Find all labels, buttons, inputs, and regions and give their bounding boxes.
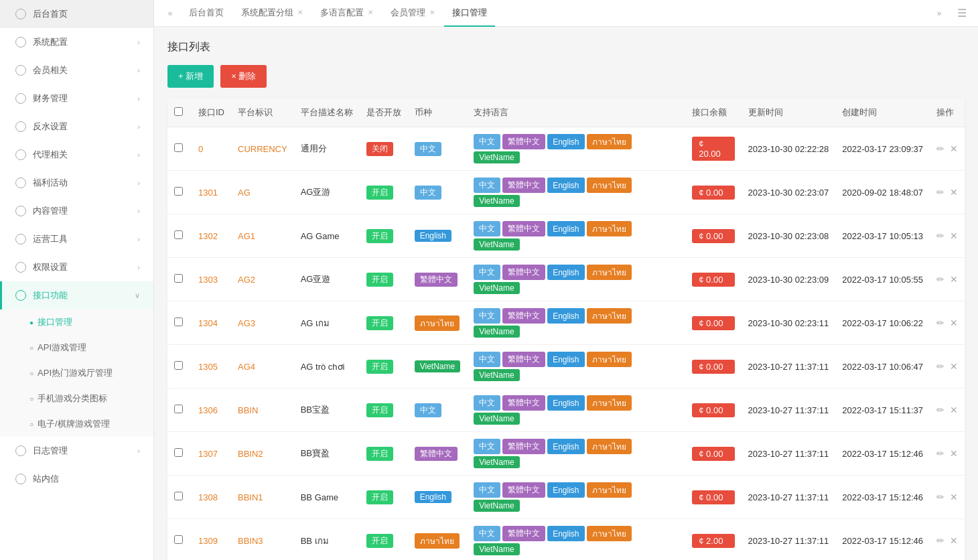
table-row: 1306BBINBB宝盈开启中文中文繁體中文EnglishภาษาไทยViet… xyxy=(167,389,965,432)
lang-badge: ภาษาไทย xyxy=(587,134,632,149)
edit-button[interactable]: ✏ xyxy=(936,230,945,241)
platform-label[interactable]: BBIN1 xyxy=(238,492,263,502)
edit-button[interactable]: ✏ xyxy=(936,492,945,502)
sidebar-item-ops[interactable]: 运营工具 › xyxy=(0,225,153,253)
submenu-interface-mgmt-label: 接口管理 xyxy=(38,316,72,328)
interface-id-link[interactable]: 1309 xyxy=(198,536,218,546)
platform-label[interactable]: AG xyxy=(238,188,251,198)
sidebar-item-agent[interactable]: 代理相关 › xyxy=(0,141,153,169)
edit-button[interactable]: ✏ xyxy=(936,448,945,459)
row-checkbox[interactable] xyxy=(174,318,183,326)
sidebar-item-permission[interactable]: 权限设置 › xyxy=(0,253,153,281)
interface-id-link[interactable]: 1308 xyxy=(198,492,218,502)
sidebar-submenu-elec-game[interactable]: ○ 电子/棋牌游戏管理 xyxy=(0,411,153,437)
lang-badge: English xyxy=(547,439,584,454)
platform-label[interactable]: AG2 xyxy=(238,275,255,285)
tab-menu-btn[interactable]: ☰ xyxy=(953,4,971,23)
sidebar-item-interface[interactable]: 接口功能 ∨ xyxy=(0,281,153,309)
sidebar-item-welfare-label: 福利活动 xyxy=(33,177,68,189)
edit-button[interactable]: ✏ xyxy=(936,405,945,415)
interface-id-link[interactable]: 0 xyxy=(198,144,203,154)
interface-id-link[interactable]: 1305 xyxy=(198,362,218,372)
row-checkbox[interactable] xyxy=(174,405,183,413)
row-checkbox[interactable] xyxy=(174,448,183,457)
remove-button[interactable]: ✕ xyxy=(950,361,958,372)
row-checkbox[interactable] xyxy=(174,274,183,283)
tab-sys-config[interactable]: 系统配置分组 ✕ xyxy=(233,0,311,27)
sidebar-submenu-mobile-game[interactable]: ○ 手机游戏分类图标 xyxy=(0,386,153,411)
tab-sys-config-close[interactable]: ✕ xyxy=(297,9,303,16)
interface-id-link[interactable]: 1301 xyxy=(198,188,218,198)
delete-button[interactable]: × 删除 xyxy=(220,65,267,88)
platform-label[interactable]: BBIN3 xyxy=(238,536,263,546)
sidebar-item-log[interactable]: 日志管理 › xyxy=(0,437,153,465)
sidebar-item-content[interactable]: 内容管理 › xyxy=(0,197,153,225)
interface-id-link[interactable]: 1307 xyxy=(198,449,218,459)
interface-id-link[interactable]: 1306 xyxy=(198,405,218,415)
dot-icon: ○ xyxy=(29,395,33,403)
tab-member-mgmt[interactable]: 会员管理 ✕ xyxy=(382,0,443,27)
select-all-checkbox[interactable] xyxy=(174,107,183,116)
lang-badge: English xyxy=(547,265,584,280)
row-checkbox[interactable] xyxy=(174,535,183,544)
interface-id-link[interactable]: 1304 xyxy=(198,318,218,328)
remove-button[interactable]: ✕ xyxy=(950,405,958,415)
remove-button[interactable]: ✕ xyxy=(950,535,958,546)
platform-label[interactable]: CURRENCY xyxy=(238,144,287,154)
platform-label[interactable]: AG3 xyxy=(238,318,255,328)
sidebar-item-system[interactable]: 系统配置 › xyxy=(0,28,153,56)
sidebar-item-finance[interactable]: 财务管理 › xyxy=(0,84,153,113)
remove-button[interactable]: ✕ xyxy=(950,318,958,328)
update-time: 2023-10-27 11:37:11 xyxy=(742,476,836,519)
lang-group: 中文繁體中文EnglishภาษาไทยVietName xyxy=(474,265,679,294)
row-checkbox[interactable] xyxy=(174,230,183,239)
interface-id-link[interactable]: 1302 xyxy=(198,231,218,241)
sidebar-item-member[interactable]: 会员相关 › xyxy=(0,56,153,84)
remove-button[interactable]: ✕ xyxy=(950,448,958,459)
add-button[interactable]: + 新增 xyxy=(167,65,214,88)
platform-label[interactable]: AG4 xyxy=(238,362,255,372)
row-checkbox[interactable] xyxy=(174,143,183,152)
remove-button[interactable]: ✕ xyxy=(950,187,958,198)
edit-button[interactable]: ✏ xyxy=(936,143,945,154)
tab-member-mgmt-close[interactable]: ✕ xyxy=(429,9,435,16)
row-checkbox[interactable] xyxy=(174,361,183,370)
sidebar-submenu-interface-mgmt[interactable]: ● 接口管理 xyxy=(0,309,153,335)
platform-label[interactable]: BBIN2 xyxy=(238,449,263,459)
row-checkbox[interactable] xyxy=(174,492,183,500)
edit-button[interactable]: ✏ xyxy=(936,361,945,372)
sidebar-submenu-api-hot[interactable]: ○ API热门游戏厅管理 xyxy=(0,360,153,386)
tab-prev-btn[interactable]: « xyxy=(161,4,180,23)
chevron-right-icon: › xyxy=(137,151,140,159)
sidebar-submenu-api-game[interactable]: ○ API游戏管理 xyxy=(0,335,153,360)
edit-button[interactable]: ✏ xyxy=(936,535,945,546)
sidebar-item-inbox[interactable]: 站内信 xyxy=(0,465,153,493)
balance-value: ¢ 0.00 xyxy=(692,273,734,287)
remove-button[interactable]: ✕ xyxy=(950,230,958,241)
table-row: 1304AG3AG เกม开启ภาษาไทย中文繁體中文Englishภาษาไ… xyxy=(167,301,965,345)
sidebar-item-rebate[interactable]: 反水设置 › xyxy=(0,113,153,141)
remove-button[interactable]: ✕ xyxy=(950,274,958,285)
sidebar-item-home[interactable]: 后台首页 xyxy=(0,0,153,28)
tab-interface-mgmt[interactable]: 接口管理 xyxy=(444,0,495,27)
sidebar-item-welfare[interactable]: 福利活动 › xyxy=(0,169,153,197)
platform-label[interactable]: AG1 xyxy=(238,231,255,241)
tab-home[interactable]: 后台首页 xyxy=(181,0,232,27)
remove-button[interactable]: ✕ xyxy=(950,492,958,502)
edit-button[interactable]: ✏ xyxy=(936,274,945,285)
tab-multilang[interactable]: 多语言配置 ✕ xyxy=(312,0,381,27)
lang-badge: English xyxy=(547,134,584,149)
lang-badge: 中文 xyxy=(474,482,500,498)
create-time: 2022-03-17 15:12:46 xyxy=(835,476,930,519)
edit-button[interactable]: ✏ xyxy=(936,318,945,328)
interface-id-link[interactable]: 1303 xyxy=(198,275,218,285)
submenu-api-hot-label: API热门游戏厅管理 xyxy=(38,367,113,379)
page-title: 接口列表 xyxy=(167,40,965,54)
row-checkbox[interactable] xyxy=(174,187,183,196)
header-desc: 平台描述名称 xyxy=(294,98,360,127)
tab-multilang-close[interactable]: ✕ xyxy=(368,9,373,16)
remove-button[interactable]: ✕ xyxy=(950,143,958,154)
tab-next-btn[interactable]: » xyxy=(930,4,949,23)
edit-button[interactable]: ✏ xyxy=(936,187,945,198)
platform-label[interactable]: BBIN xyxy=(238,405,258,415)
